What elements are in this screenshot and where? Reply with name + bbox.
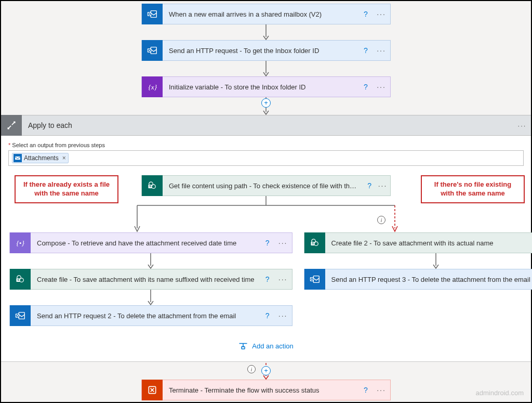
svg-point-12 — [152, 185, 156, 189]
connector-arrow — [261, 61, 271, 76]
more-icon[interactable]: ··· — [373, 386, 390, 394]
help-icon[interactable]: ? — [359, 386, 373, 394]
connector-arrow — [9, 253, 292, 269]
add-action-label: Add an action — [252, 342, 294, 350]
action-http-delete-2[interactable]: Send an HTTP request 2 - To delete the a… — [9, 305, 292, 326]
svg-text:{x}: {x} — [149, 83, 157, 91]
action-create-file-2[interactable]: S Create file 2 - To save attachment wit… — [304, 232, 532, 253]
more-icon[interactable]: ··· — [274, 275, 292, 283]
connector-arrow — [304, 253, 532, 269]
action-label: Send an HTTP request 2 - To delete the a… — [31, 312, 261, 320]
more-icon[interactable]: ··· — [274, 311, 292, 320]
output-token-input[interactable]: Attachments × — [8, 150, 524, 166]
action-label: Send an HTTP request - To get the Inbox … — [163, 47, 359, 55]
svg-point-30 — [314, 242, 318, 246]
sharepoint-icon: S — [304, 232, 325, 253]
action-label: Create file 2 - To save attachment with … — [325, 239, 532, 247]
help-icon[interactable]: ? — [261, 275, 274, 283]
field-label: * Select an output from previous steps — [8, 142, 524, 148]
action-label: Get file content using path - To check e… — [163, 182, 364, 190]
action-label: Create file - To save attachment with it… — [31, 276, 261, 283]
svg-text:S: S — [17, 278, 19, 281]
action-get-file-content[interactable]: S Get file content using path - To check… — [141, 175, 391, 196]
token-attachments[interactable]: Attachments × — [12, 153, 69, 163]
add-action-button[interactable]: Add an action — [8, 342, 524, 350]
sharepoint-icon: S — [10, 269, 31, 290]
branch-right: S Create file 2 - To save attachment wit… — [304, 232, 532, 326]
info-icon[interactable]: i — [247, 365, 256, 373]
action-label: Terminate - Terminate the flow with succ… — [163, 386, 359, 394]
apply-to-each-body: * Select an output from previous steps A… — [1, 136, 531, 362]
help-icon[interactable]: ? — [261, 239, 274, 247]
action-label: When a new email arrives in a shared mai… — [163, 10, 359, 18]
help-icon[interactable]: ? — [364, 181, 375, 190]
compose-icon: {•} — [10, 232, 31, 253]
action-compose[interactable]: {•} Compose - To retrieve and have the a… — [9, 232, 292, 253]
token-remove-icon[interactable]: × — [62, 154, 66, 162]
outlook-icon — [142, 4, 163, 24]
svg-text:S: S — [149, 185, 151, 188]
apply-to-each-header[interactable]: Apply to each ··· — [1, 115, 531, 136]
action-http-delete-3[interactable]: Send an HTTP request 3 - To delete the a… — [304, 269, 532, 290]
connector-arrow: + i — [261, 363, 271, 380]
outlook-icon — [14, 154, 22, 162]
svg-rect-39 — [242, 347, 245, 349]
more-icon[interactable]: ··· — [375, 181, 390, 190]
more-icon[interactable]: ··· — [373, 10, 390, 18]
insert-step-button[interactable]: + — [261, 98, 271, 108]
more-icon[interactable]: ··· — [274, 239, 292, 247]
sharepoint-icon: S — [142, 175, 163, 196]
help-icon[interactable]: ? — [359, 46, 373, 55]
action-label: Send an HTTP request 3 - To delete the a… — [325, 276, 532, 283]
svg-text:{•}: {•} — [17, 239, 25, 247]
action-create-file[interactable]: S Create file - To save attachment with … — [9, 269, 292, 290]
svg-rect-10 — [15, 157, 20, 160]
branch-connector: i — [8, 196, 524, 232]
field-label-text: Select an output from previous steps — [12, 142, 105, 148]
insert-step-button[interactable]: + — [261, 366, 271, 375]
help-icon[interactable]: ? — [359, 10, 373, 18]
action-label: Compose - To retrieve and have the attac… — [31, 239, 261, 247]
more-icon[interactable]: ··· — [373, 46, 390, 55]
action-terminate[interactable]: Terminate - Terminate the flow with succ… — [141, 380, 391, 400]
action-http-get-folder[interactable]: Send an HTTP request - To get the Inbox … — [141, 40, 391, 61]
help-icon[interactable]: ? — [359, 83, 373, 91]
action-trigger-new-email[interactable]: When a new email arrives in a shared mai… — [141, 4, 391, 24]
svg-point-22 — [20, 278, 24, 282]
ate-title: Apply to each — [22, 121, 513, 129]
token-label: Attachments — [24, 154, 59, 162]
help-icon[interactable]: ? — [261, 311, 274, 320]
variable-icon: {x} — [142, 76, 163, 97]
connector-arrow — [9, 290, 292, 305]
svg-text:S: S — [312, 242, 314, 245]
action-init-variable[interactable]: {x} Initialize variable - To store the I… — [141, 76, 391, 97]
info-icon[interactable]: i — [377, 216, 385, 224]
loop-icon — [1, 115, 22, 136]
terminate-icon — [142, 380, 163, 400]
outlook-icon — [10, 305, 31, 326]
connector-arrow — [261, 24, 271, 40]
action-label: Initialize variable - To store the Inbox… — [163, 83, 359, 91]
outlook-icon — [304, 269, 325, 290]
more-icon[interactable]: ··· — [513, 122, 531, 129]
outlook-icon — [142, 40, 163, 61]
branch-left: {•} Compose - To retrieve and have the a… — [9, 232, 292, 326]
watermark: admindroid.com — [476, 389, 524, 397]
more-icon[interactable]: ··· — [373, 83, 390, 91]
connector-arrow: + — [261, 97, 271, 115]
